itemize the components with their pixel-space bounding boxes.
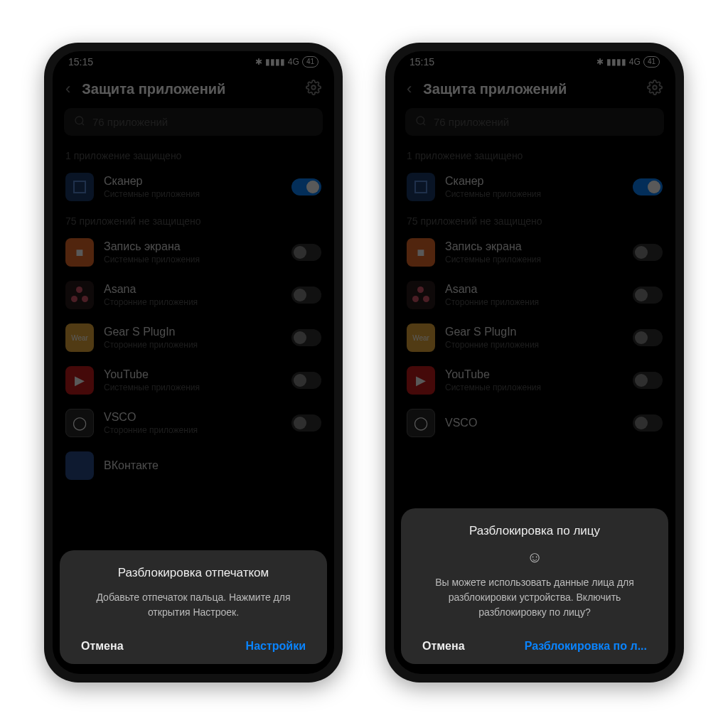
scanner-icon [407, 173, 435, 201]
vsco-icon: ◯ [407, 409, 435, 437]
back-button[interactable]: ‹ [407, 80, 412, 98]
face-icon: ☺ [415, 548, 654, 567]
battery-icon: 41 [302, 56, 318, 68]
header: ‹ Защита приложений [53, 73, 334, 108]
network-label: 4G [629, 57, 641, 67]
app-row-youtube[interactable]: ▶ YouTube Системные приложения [394, 359, 675, 402]
app-row-youtube[interactable]: ▶ YouTube Системные приложения [53, 359, 334, 402]
page-title: Защита приложений [82, 81, 294, 97]
search-placeholder: 76 приложений [92, 116, 168, 128]
svg-point-0 [311, 85, 316, 90]
youtube-icon: ▶ [65, 366, 94, 395]
sheet-title: Разблокировка отпечатком [74, 566, 313, 580]
search-field[interactable]: 76 приложений [405, 108, 664, 136]
search-placeholder: 76 приложений [434, 116, 509, 128]
search-icon [415, 115, 427, 129]
page-title: Защита приложений [423, 81, 636, 97]
status-time: 15:15 [68, 56, 93, 68]
fingerprint-sheet: Разблокировка отпечатком Добавьте отпеча… [60, 550, 327, 664]
status-bar: 15:15 ✱ ▮▮▮▮ 4G 41 [394, 51, 675, 73]
face-unlock-button[interactable]: Разблокировка по л... [525, 640, 647, 653]
toggle-rec[interactable] [633, 244, 663, 261]
phone-right: 15:15 ✱ ▮▮▮▮ 4G 41 ‹ Защита приложений [385, 43, 684, 682]
toggle-vsco[interactable] [291, 414, 321, 432]
toggle-youtube[interactable] [633, 372, 663, 389]
search-field[interactable]: 76 приложений [64, 108, 323, 136]
signal-icon: ▮▮▮▮ [265, 57, 285, 67]
settings-gear-icon[interactable] [647, 80, 663, 98]
section-unprotected: 75 приложений не защищено [394, 208, 675, 231]
screen: 15:15 ✱ ▮▮▮▮ 4G 41 ‹ Защита приложений [394, 51, 675, 674]
toggle-vsco[interactable] [633, 414, 663, 432]
section-protected: 1 приложение защищено [394, 143, 675, 166]
toggle-asana[interactable] [633, 287, 663, 304]
toggle-scanner[interactable] [291, 178, 321, 196]
app-sub: Системные приложения [104, 189, 282, 199]
svg-line-5 [423, 123, 425, 125]
app-row-rec[interactable]: ■ Запись экрана Системные приложения [53, 231, 334, 274]
settings-button[interactable]: Настройки [246, 640, 306, 653]
app-row-vk[interactable]: ВКонтакте [53, 444, 334, 487]
toggle-asana[interactable] [291, 287, 321, 304]
cancel-button[interactable]: Отмена [422, 640, 465, 653]
svg-point-4 [417, 117, 424, 124]
svg-point-3 [653, 85, 657, 90]
app-name: Сканер [104, 175, 282, 188]
section-protected: 1 приложение защищено [53, 143, 334, 166]
status-time: 15:15 [410, 56, 434, 68]
vsco-icon: ◯ [65, 409, 94, 437]
sheet-body: Добавьте отпечаток пальца. Нажмите для о… [74, 590, 313, 620]
app-row-asana[interactable]: Asana Сторонние приложения [53, 274, 334, 316]
search-icon [74, 115, 85, 129]
sheet-title: Разблокировка по лицу [415, 524, 654, 538]
app-row-rec[interactable]: ■ Запись экрана Системные приложения [394, 231, 675, 274]
screen-rec-icon: ■ [407, 238, 435, 267]
status-right: ✱ ▮▮▮▮ 4G 41 [596, 56, 660, 68]
phone-left: 15:15 ✱ ▮▮▮▮ 4G 41 ‹ Защита приложений [44, 43, 343, 682]
status-right: ✱ ▮▮▮▮ 4G 41 [255, 56, 318, 68]
toggle-rec[interactable] [291, 244, 321, 261]
asana-icon [407, 281, 435, 309]
header: ‹ Защита приложений [394, 73, 675, 108]
gear-plugin-icon: Wear [65, 323, 94, 352]
bluetooth-icon: ✱ [255, 57, 262, 67]
toggle-scanner[interactable] [633, 178, 663, 196]
svg-line-2 [82, 123, 84, 125]
app-row-scanner[interactable]: Сканер Системные приложения [53, 166, 334, 208]
screen-rec-icon: ■ [65, 238, 94, 267]
toggle-youtube[interactable] [291, 372, 321, 389]
bluetooth-icon: ✱ [596, 57, 604, 67]
scanner-icon [65, 173, 94, 201]
vk-icon [65, 451, 94, 480]
app-row-asana[interactable]: Asana Сторонние приложения [394, 274, 675, 316]
app-row-gears[interactable]: Wear Gear S PlugIn Сторонние приложения [53, 316, 334, 359]
toggle-gears[interactable] [633, 329, 663, 346]
app-row-gears[interactable]: Wear Gear S PlugIn Сторонние приложения [394, 316, 675, 359]
back-button[interactable]: ‹ [65, 80, 70, 98]
section-unprotected: 75 приложений не защищено [53, 208, 334, 231]
network-label: 4G [288, 57, 299, 67]
svg-point-1 [75, 117, 83, 124]
settings-gear-icon[interactable] [306, 80, 321, 98]
signal-icon: ▮▮▮▮ [606, 57, 626, 67]
face-unlock-sheet: Разблокировка по лицу ☺ Вы можете исполь… [401, 508, 668, 664]
app-row-vsco[interactable]: ◯ VSCO [394, 402, 675, 444]
gear-plugin-icon: Wear [407, 323, 435, 352]
asana-icon [65, 281, 94, 309]
battery-icon: 41 [643, 56, 660, 68]
status-bar: 15:15 ✱ ▮▮▮▮ 4G 41 [53, 51, 334, 73]
cancel-button[interactable]: Отмена [81, 640, 124, 653]
sheet-body: Вы можете использовать данные лица для р… [415, 575, 654, 620]
screen: 15:15 ✱ ▮▮▮▮ 4G 41 ‹ Защита приложений [53, 51, 334, 674]
app-row-scanner[interactable]: Сканер Системные приложения [394, 166, 675, 208]
youtube-icon: ▶ [407, 366, 435, 395]
app-row-vsco[interactable]: ◯ VSCO Сторонние приложения [53, 402, 334, 444]
toggle-gears[interactable] [291, 329, 321, 346]
